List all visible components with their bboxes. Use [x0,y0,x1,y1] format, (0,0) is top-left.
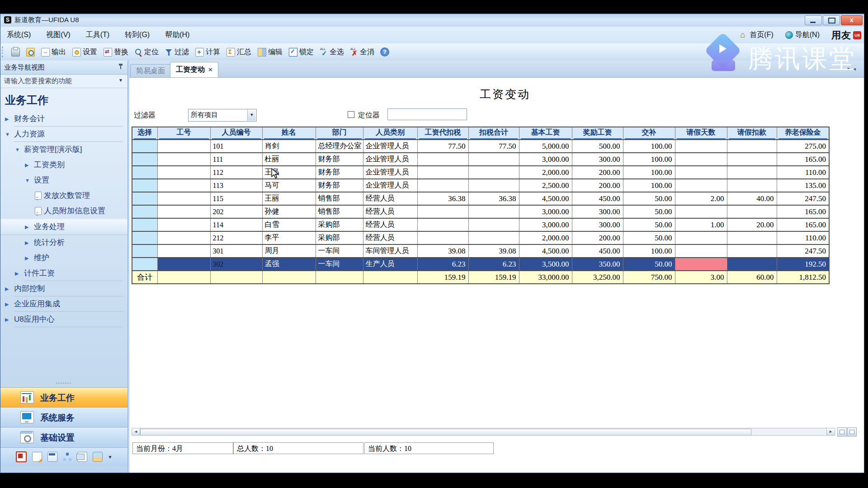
cell[interactable] [675,231,727,244]
tree-item-pay-times[interactable]: 发放次数管理 [0,188,127,203]
cell[interactable] [157,231,210,244]
cell[interactable] [675,205,727,218]
tree-item-business-process[interactable]: ▶业务处理 [0,219,127,235]
summarize-button[interactable]: 汇总 [223,46,255,58]
tab-simple-desktop[interactable]: 简易桌面 [130,64,171,77]
cell[interactable] [468,179,519,192]
table-row[interactable]: 301周月一车间车间管理人员39.0839.084,500.00450.0010… [132,244,829,258]
cell[interactable]: 100.00 [623,179,675,192]
cell[interactable]: 财务部 [316,179,363,192]
tree-item-stat-analysis[interactable]: ▶统计分析 [0,235,127,250]
cell[interactable]: 孟强 [262,258,316,271]
cell[interactable] [727,140,777,153]
cell[interactable] [417,231,468,244]
cell[interactable] [675,179,727,192]
cell[interactable] [468,153,519,166]
column-header[interactable]: 基本工资 [519,127,572,140]
tree-item-salary-mgmt[interactable]: ▼薪资管理[演示版] [0,142,127,157]
cell[interactable] [132,244,157,258]
nav-basic-setup[interactable]: 基础设置 [0,427,127,447]
cell[interactable]: 111 [210,153,262,166]
cell[interactable] [727,205,777,218]
doc-edit-icon[interactable] [32,452,42,462]
cell[interactable]: 115 [210,192,262,205]
cell[interactable]: 165.00 [777,205,829,218]
cell[interactable]: 200.00 [572,231,623,244]
table-row[interactable]: 112王晶财务部企业管理人员2,000.00200.00100.00110.00 [132,166,829,179]
cell[interactable]: 39.08 [468,244,519,258]
close-button[interactable]: x [841,15,863,25]
chevron-down-icon[interactable]: ▼ [247,110,256,121]
cell[interactable]: 周月 [262,244,316,258]
cell[interactable]: 202 [210,205,262,218]
tree-item-setup[interactable]: ▼设置 [0,173,127,188]
tab-close-icon[interactable]: × [208,66,212,73]
cell[interactable] [675,258,727,271]
cell[interactable]: 36.38 [468,192,519,205]
column-header[interactable]: 工资代扣税 [417,127,468,140]
cell[interactable]: 3,000.00 [519,153,572,166]
help-button[interactable]: ? [380,47,389,56]
tree-item-extra-info[interactable]: 人员附加信息设置 [0,203,127,219]
scroll-right-icon[interactable]: ► [826,428,835,435]
column-header[interactable]: 请假扣款 [727,127,777,140]
cell[interactable]: 302 [210,258,262,271]
cell[interactable]: 200.00 [572,166,623,179]
cell[interactable]: 450.00 [572,192,623,205]
cell[interactable]: 192.50 [777,258,829,271]
pin-icon[interactable] [118,64,123,70]
cell[interactable]: 77.50 [468,140,519,153]
cell[interactable]: 马可 [262,179,316,192]
cell[interactable]: 135.00 [777,179,829,192]
cell[interactable]: 孙健 [262,205,316,218]
cell[interactable]: 企业管理人员 [363,179,417,192]
cell[interactable]: 经营人员 [363,192,417,205]
cell[interactable]: 销售部 [316,205,363,218]
table-row[interactable]: 115王丽销售部经营人员36.3836.384,500.00450.0050.0… [132,192,829,205]
horizontal-scrollbar[interactable]: ◄ ► [132,428,835,436]
column-header[interactable]: 部门 [316,127,363,140]
cell[interactable]: 50.00 [623,192,675,205]
cell[interactable]: 经营人员 [363,205,417,218]
cell[interactable]: 300.00 [572,205,623,218]
cell[interactable] [727,166,777,179]
cell[interactable] [417,166,468,179]
cell[interactable]: 165.00 [777,218,829,231]
cell[interactable] [417,205,468,218]
cell[interactable]: 李平 [262,231,316,244]
grid-page-button-2[interactable] [847,427,857,436]
cell[interactable] [157,218,210,231]
cell[interactable]: 3,000.00 [519,205,572,218]
tree-item-enterprise-integration[interactable]: ▶企业应用集成 [0,296,127,312]
table-row[interactable]: 113马可财务部企业管理人员2,500.00200.00100.00135.00 [132,179,829,192]
sidebar-search[interactable]: 请输入您要搜索的功能 ▼ [0,74,127,88]
sidebar-splitter-grip[interactable]: ””””””” [0,382,127,387]
cell[interactable] [468,218,519,231]
cell[interactable] [727,258,777,271]
cell[interactable]: 500.00 [572,140,623,153]
cell[interactable] [157,258,210,271]
cell[interactable] [157,205,210,218]
tree-item-maintenance[interactable]: ▶维护 [0,250,127,266]
cell[interactable]: 350.00 [572,258,623,271]
cell[interactable]: 一车间 [316,258,363,271]
cell[interactable]: 50.00 [623,218,675,231]
cell[interactable]: 20.00 [727,218,777,231]
filter-dropdown[interactable]: 所有项目 ▼ [188,109,257,122]
cell[interactable] [132,231,157,244]
column-header[interactable]: 养老保险金 [777,127,829,140]
cell[interactable]: 王晶 [262,166,316,179]
cell[interactable] [727,231,777,244]
cell[interactable] [132,205,157,218]
cell[interactable]: 杜丽 [262,153,316,166]
cell[interactable]: 2,000.00 [519,166,572,179]
menu-item[interactable]: 帮助(H) [165,30,189,40]
cell[interactable]: 113 [210,179,262,192]
maximize-button[interactable] [823,15,840,25]
column-header[interactable]: 人员类别 [363,127,417,140]
cell[interactable]: 101 [210,140,262,153]
cell[interactable] [727,244,777,258]
nav-business-work[interactable]: 业务工作 [0,387,127,407]
cell[interactable] [157,153,210,166]
cell[interactable] [157,166,210,179]
